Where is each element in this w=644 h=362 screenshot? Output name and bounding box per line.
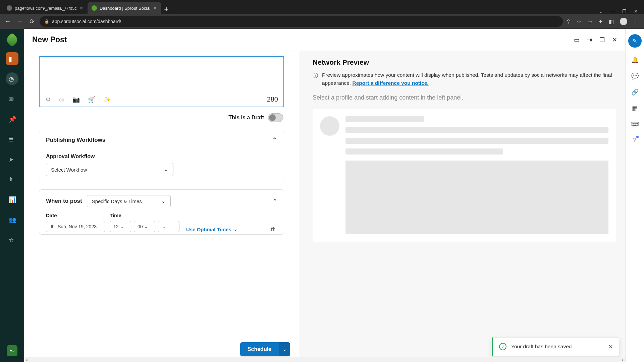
schedule-dropdown-button[interactable]: ⌄ bbox=[279, 342, 290, 356]
notification-dot-icon bbox=[636, 136, 639, 138]
preview-skeleton bbox=[313, 109, 616, 242]
skeleton-image bbox=[345, 161, 608, 234]
date-label: Date bbox=[46, 213, 105, 218]
nav-publishing[interactable]: ➤ bbox=[6, 153, 18, 166]
inbox-icon: ✉ bbox=[9, 96, 15, 102]
compass-icon: ◔ bbox=[9, 75, 15, 82]
nav-dashboard[interactable]: ▮ bbox=[6, 52, 18, 65]
sidepanel-icon[interactable]: ◧ bbox=[609, 18, 614, 25]
time-hour-input[interactable]: 12 ⌄ bbox=[110, 221, 131, 232]
close-icon[interactable]: ✕ bbox=[612, 36, 617, 44]
select-value: Specific Days & Times bbox=[92, 198, 142, 204]
time-ampm-input[interactable]: ⌄ bbox=[158, 221, 179, 232]
ai-assist-icon[interactable]: ✨ bbox=[103, 96, 111, 103]
browser-tab[interactable]: pageflows.com/_/emails/_/7fb5c ✕ bbox=[3, 2, 88, 14]
toast-message: Your draft has been saved bbox=[511, 344, 604, 350]
duplicate-icon[interactable]: ❐ bbox=[599, 36, 605, 44]
draft-toggle-label: This is a Draft bbox=[228, 115, 264, 121]
send-icon: ➤ bbox=[9, 156, 15, 163]
skeleton-line bbox=[345, 116, 424, 122]
check-circle-icon: ✓ bbox=[499, 343, 506, 350]
close-icon[interactable]: ✕ bbox=[153, 5, 157, 11]
tab-title: pageflows.com/_/emails/_/7fb5c bbox=[15, 6, 77, 11]
nav-feeds[interactable]: ≣ bbox=[6, 133, 18, 145]
dock-right-icon[interactable]: ⇥ bbox=[587, 36, 592, 44]
nav-reports[interactable]: 📊 bbox=[6, 193, 18, 206]
horizontal-scrollbar[interactable]: ◂ ▸ bbox=[24, 357, 625, 362]
chevron-up-icon[interactable]: ⌃ bbox=[272, 198, 277, 205]
minimize-composer-icon[interactable]: ▭ bbox=[574, 36, 580, 44]
left-nav-rail: ▮ ◔ ✉ 📌 ≣ ➤ 🎚 📊 👥 ✮ RJ bbox=[0, 29, 24, 362]
composer-header: New Post ▭ ⇥ ❐ ✕ bbox=[24, 29, 625, 51]
nav-inbox[interactable]: ✉ bbox=[6, 93, 18, 105]
scroll-left-icon[interactable]: ◂ bbox=[25, 358, 28, 362]
url-input[interactable]: 🔒 app.sproutsocial.com/dashboard/ bbox=[40, 16, 563, 27]
compose-button[interactable]: ✎ bbox=[628, 34, 642, 48]
bookmark-icon[interactable]: ☆ bbox=[577, 18, 581, 25]
skeleton-line bbox=[345, 127, 608, 133]
schedule-button[interactable]: Schedule bbox=[240, 342, 279, 356]
keyboard-button[interactable]: ⌨ bbox=[631, 121, 639, 128]
profile-avatar-icon[interactable] bbox=[620, 18, 627, 25]
preview-panel: Network Preview ⓘ Preview approximates h… bbox=[299, 51, 625, 362]
workflow-select[interactable]: Select Workflow ⌄ bbox=[46, 163, 173, 176]
emoji-icon[interactable]: ☺ bbox=[45, 96, 51, 103]
date-input[interactable]: 🗓 Sun, Nov 19, 2023 bbox=[46, 221, 105, 232]
use-optimal-times-link[interactable]: Use Optimal Times⌄ bbox=[186, 226, 238, 232]
conversations-button[interactable]: 💬 bbox=[631, 72, 639, 80]
sprout-logo-icon[interactable] bbox=[5, 33, 19, 47]
close-icon[interactable]: ✕ bbox=[608, 344, 613, 350]
draft-toggle[interactable] bbox=[268, 113, 283, 122]
minimize-icon[interactable]: ― bbox=[610, 9, 615, 14]
skeleton-avatar bbox=[320, 116, 339, 136]
chevron-up-icon: ⌃ bbox=[272, 136, 277, 143]
when-mode-select[interactable]: Specific Days & Times ⌄ bbox=[87, 195, 171, 207]
user-avatar[interactable]: RJ bbox=[7, 345, 17, 356]
calendar-icon: 🗓 bbox=[50, 224, 55, 229]
nav-pinned[interactable]: 📌 bbox=[6, 113, 18, 125]
when-label: When to post bbox=[46, 198, 82, 204]
close-icon[interactable]: ✕ bbox=[79, 5, 84, 11]
forward-icon[interactable]: → bbox=[15, 18, 24, 25]
extensions-icon[interactable]: ✦ bbox=[598, 18, 603, 25]
browser-tab[interactable]: Dashboard | Sprout Social ✕ bbox=[88, 2, 161, 14]
new-tab-button[interactable]: ＋ bbox=[161, 4, 171, 14]
links-button[interactable]: 🔗 bbox=[631, 88, 639, 96]
app-frame: ▮ ◔ ✉ 📌 ≣ ➤ 🎚 📊 👥 ✮ RJ New Post ▭ ⇥ ❐ ✕ bbox=[0, 29, 644, 362]
text-toolbar: ☺ ◎ 📷 🛒 ✨ 280 bbox=[45, 96, 278, 103]
nav-listening[interactable]: 🎚 bbox=[6, 173, 18, 186]
report-difference-link[interactable]: Report a difference you notice. bbox=[353, 80, 429, 86]
toast-draft-saved: ✓ Your draft has been saved ✕ bbox=[492, 337, 619, 356]
reload-icon[interactable]: ⟳ bbox=[28, 18, 36, 25]
back-icon[interactable]: ← bbox=[3, 18, 12, 25]
nav-people[interactable]: 👥 bbox=[6, 213, 18, 226]
post-text-card: ☺ ◎ 📷 🛒 ✨ 280 bbox=[39, 56, 284, 107]
window-close-icon[interactable]: ✕ bbox=[634, 9, 638, 14]
notifications-button[interactable]: 🔔 bbox=[631, 56, 639, 64]
nav-reviews[interactable]: ✮ bbox=[6, 233, 18, 246]
preview-info: ⓘ Preview approximates how your content … bbox=[313, 71, 616, 87]
post-text-input[interactable] bbox=[45, 62, 278, 92]
time-label: Time bbox=[110, 213, 179, 218]
card-header[interactable]: Publishing Workflows ⌃ bbox=[39, 131, 284, 149]
edit-panel: ☺ ◎ 📷 🛒 ✨ 280 This is a Draft bbox=[24, 51, 299, 362]
nav-smart-inbox[interactable]: ◔ bbox=[6, 72, 18, 85]
approval-workflow-label: Approval Workflow bbox=[46, 154, 277, 160]
tabs-dropdown-icon[interactable]: ⌄ bbox=[599, 9, 603, 14]
maximize-icon[interactable]: ❐ bbox=[622, 9, 627, 14]
product-tag-icon[interactable]: 🛒 bbox=[88, 96, 95, 103]
trash-icon[interactable]: 🗑 bbox=[270, 226, 277, 232]
info-icon: ⓘ bbox=[313, 72, 318, 87]
star-half-icon: ✮ bbox=[9, 236, 15, 243]
kebab-icon[interactable]: ⋮ bbox=[633, 18, 639, 25]
scroll-right-icon[interactable]: ▸ bbox=[622, 358, 624, 362]
target-icon[interactable]: ◎ bbox=[59, 96, 64, 103]
share-icon[interactable]: ⇪ bbox=[566, 18, 571, 25]
camera-icon[interactable]: 📷 bbox=[72, 96, 80, 103]
apps-button[interactable]: ▦ bbox=[632, 105, 638, 112]
help-button[interactable]: ? bbox=[633, 137, 636, 144]
compose-icon: ✎ bbox=[633, 38, 637, 44]
folder-icon: ▮ bbox=[9, 55, 15, 62]
time-min-input[interactable]: 00 ⌄ bbox=[134, 221, 155, 232]
install-icon[interactable]: ▭ bbox=[587, 18, 592, 25]
